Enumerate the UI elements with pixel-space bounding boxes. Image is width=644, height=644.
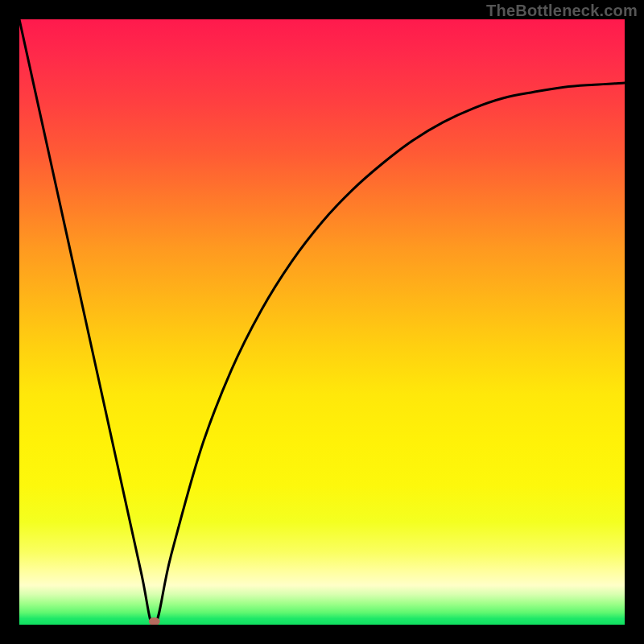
chart-svg (19, 19, 625, 625)
chart-container: TheBottleneck.com (0, 0, 644, 644)
bottleneck-curve (19, 19, 625, 625)
watermark-text: TheBottleneck.com (486, 2, 638, 20)
plot-area (19, 19, 625, 625)
